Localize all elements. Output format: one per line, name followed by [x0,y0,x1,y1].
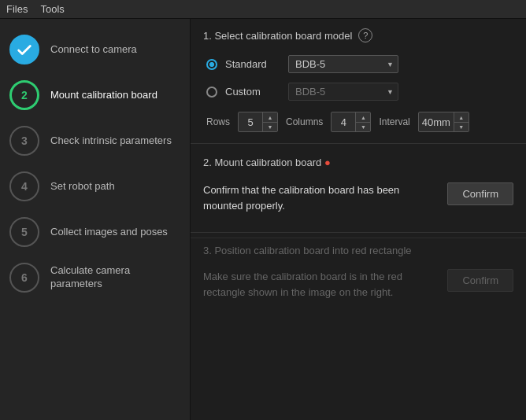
sidebar-item-connect-camera[interactable]: Connect to camera [0,27,190,72]
interval-value: 40mm [419,114,454,131]
rows-up-btn[interactable]: ▲ [263,112,277,122]
interval-spinner-btns: ▲ ▼ [454,112,469,131]
radio-custom[interactable] [206,87,217,98]
step-circle-2: 2 [9,80,39,110]
step-circle-6: 6 [9,263,39,293]
interval-down-btn[interactable]: ▼ [454,122,469,131]
columns-value: 4 [332,114,355,131]
rows-spinner-btns: ▲ ▼ [262,112,277,131]
step-label-3: Check intrinsic parameters [50,134,172,148]
main-layout: Connect to camera 2 Mount calibration bo… [0,19,526,420]
confirm1-text: Confirm that the calibration board has b… [203,182,439,213]
radio-standard-label: Standard [225,58,280,70]
step-circle-1 [9,35,39,64]
section1-title: 1. Select calibration board model [203,30,352,42]
step-circle-4: 4 [9,171,39,201]
divider-2 [191,232,526,233]
confirm-row-1: Confirm that the calibration board has b… [203,176,513,219]
columns-spinner: 4 ▲ ▼ [331,112,371,132]
radio-row-standard: Standard BDB-5 BDB-7 BDB-9 [191,50,526,78]
radio-standard[interactable] [206,59,217,70]
radio-row-custom: Custom BDB-5 [191,78,526,105]
confirm2-text: Make sure the calibration board is in th… [203,269,439,300]
section3-title: 3. Position calibration board into red r… [203,245,513,256]
interval-label: Interval [379,116,409,127]
param-row: Rows 5 ▲ ▼ Columns 4 ▲ ▼ Interval 40mm [191,105,526,138]
rows-label: Rows [206,116,230,127]
menu-files[interactable]: Files [6,3,28,15]
rows-value: 5 [239,114,262,131]
help-icon[interactable]: ? [358,28,372,42]
sidebar: Connect to camera 2 Mount calibration bo… [0,19,191,420]
columns-down-btn[interactable]: ▼ [356,122,370,131]
step-label-1: Connect to camera [50,43,137,57]
columns-label: Columns [286,116,323,127]
custom-select[interactable]: BDB-5 [288,83,398,101]
columns-up-btn[interactable]: ▲ [356,112,370,122]
menu-bar: Files Tools [0,0,526,19]
menu-tools[interactable]: Tools [40,3,64,15]
position-section: 3. Position calibration board into red r… [191,238,526,314]
step-label-6: Calculate camera parameters [50,264,180,291]
interval-up-btn[interactable]: ▲ [454,112,469,122]
standard-select-wrapper: BDB-5 BDB-7 BDB-9 [288,55,398,73]
sidebar-item-set-robot-path[interactable]: 4 Set robot path [0,164,190,209]
content-panel: 1. Select calibration board model ? Stan… [191,19,526,420]
section2-title: 2. Mount calibration board ● [203,157,513,168]
step-label-2: Mount calibration board [50,89,157,102]
mount-section: 2. Mount calibration board ● Confirm tha… [191,149,526,227]
step-circle-3: 3 [9,126,39,156]
rows-down-btn[interactable]: ▼ [263,122,277,131]
radio-custom-label: Custom [225,86,280,98]
standard-select[interactable]: BDB-5 BDB-7 BDB-9 [288,55,398,73]
custom-select-wrapper: BDB-5 [288,83,398,101]
divider-1 [191,143,526,144]
confirm-row-2: Make sure the calibration board is in th… [203,263,513,306]
step-label-4: Set robot path [50,180,115,193]
section1-header: 1. Select calibration board model ? [191,19,526,50]
step-circle-5: 5 [9,217,39,247]
confirm2-button[interactable]: Confirm [447,269,513,292]
sidebar-item-check-intrinsic[interactable]: 3 Check intrinsic parameters [0,118,190,164]
sidebar-item-calculate-params[interactable]: 6 Calculate camera parameters [0,255,190,300]
columns-spinner-btns: ▲ ▼ [355,112,370,131]
confirm1-button[interactable]: Confirm [447,182,513,205]
interval-spinner: 40mm ▲ ▼ [418,112,469,132]
rows-spinner: 5 ▲ ▼ [238,112,278,132]
sidebar-item-mount-board[interactable]: 2 Mount calibration board [0,72,190,118]
sidebar-item-collect-images[interactable]: 5 Collect images and poses [0,209,190,255]
step-label-5: Collect images and poses [50,226,168,239]
